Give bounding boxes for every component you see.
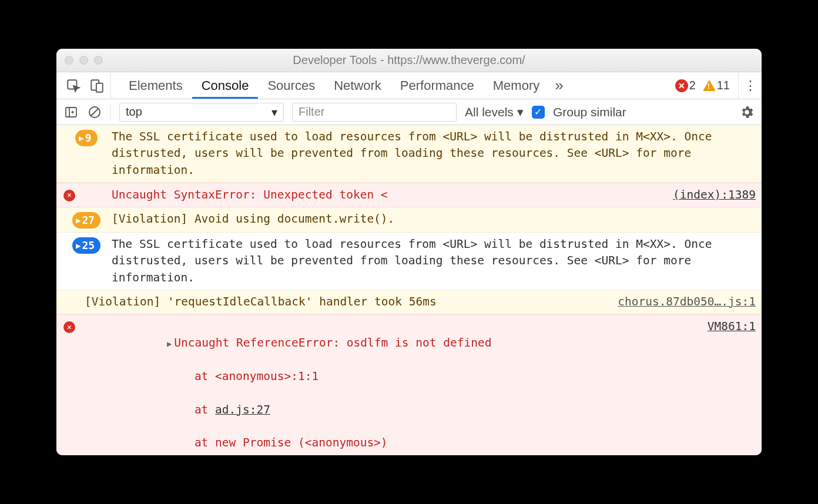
message-count-pill[interactable]: ▶ 9 [75,130,97,146]
console-message-info[interactable]: ▶ 25 The SSL certificate used to load re… [56,233,762,290]
clear-console-icon[interactable] [87,105,102,120]
error-icon[interactable]: ✕ [675,79,688,92]
message-text: Uncaught SyntaxError: Unexpected token < [112,187,673,203]
context-selector[interactable]: top ▾ [119,103,284,122]
message-text: [Violation] 'requestIdleCallback' handle… [85,294,618,310]
message-text: [Violation] Avoid using document.write()… [112,211,756,227]
inspect-element-icon[interactable] [66,78,81,93]
tab-sources[interactable]: Sources [258,72,324,99]
message-text: The SSL certificate used to load resourc… [112,236,756,286]
tab-memory[interactable]: Memory [484,72,549,99]
message-count-pill[interactable]: ▶ 25 [72,237,100,254]
panel-tabs-bar: Elements Console Sources Network Perform… [56,72,762,99]
context-value: top [126,105,142,119]
console-message-warn[interactable]: ▶ 9 The SSL certificate used to load res… [56,125,762,183]
console-message-warn[interactable]: ▶ 27 [Violation] Avoid using document.wr… [56,207,762,233]
error-icon: ✕ [63,190,75,201]
minimize-icon[interactable] [79,56,88,65]
status-badges: ✕ 2 11 [675,79,736,92]
log-levels-dropdown[interactable]: All levels ▾ [465,105,524,119]
warning-icon[interactable] [703,80,716,91]
chevron-down-icon: ▾ [517,105,524,119]
group-similar-checkbox[interactable]: ✓ [532,106,545,119]
tab-elements[interactable]: Elements [119,72,192,99]
console-toolbar: top ▾ All levels ▾ ✓ Group similar [56,99,762,125]
console-message-error[interactable]: ✕ ▶Uncaught ReferenceError: osdlfm is no… [56,314,762,455]
source-link[interactable]: (index):1389 [673,187,756,203]
error-count[interactable]: 2 [689,79,696,92]
message-text: The SSL certificate used to load resourc… [112,129,756,179]
expand-icon: ▶ [76,214,81,226]
tab-console[interactable]: Console [192,72,259,99]
tabs-overflow-button[interactable]: » [549,76,569,95]
source-link[interactable]: VM861:1 [708,318,756,335]
device-toolbar-icon[interactable] [89,78,105,93]
expand-icon: ▶ [79,132,83,144]
devtools-window: Developer Tools - https://www.theverge.c… [56,49,762,455]
chevron-down-icon: ▾ [271,105,277,119]
console-message-warn[interactable]: [Violation] 'requestIdleCallback' handle… [56,290,762,314]
console-message-error[interactable]: ✕ Uncaught SyntaxError: Unexpected token… [56,183,762,207]
source-link[interactable]: ad.js:27 [215,403,270,416]
window-title: Developer Tools - https://www.theverge.c… [56,53,762,67]
levels-label: All levels [465,105,514,119]
svg-rect-2 [96,83,103,92]
expand-icon[interactable]: ▶ [167,339,172,348]
message-count-pill[interactable]: ▶ 27 [72,212,100,229]
expand-icon: ▶ [76,240,81,251]
more-menu-button[interactable]: ⋮ [738,72,762,99]
filter-input[interactable] [292,103,457,122]
error-icon: ✕ [63,321,75,333]
close-icon[interactable] [65,56,73,65]
console-output[interactable]: ▶ 9 The SSL certificate used to load res… [56,125,762,455]
message-stack: ▶Uncaught ReferenceError: osdlfm is not … [112,318,708,455]
show-console-sidebar-icon[interactable] [63,105,79,120]
zoom-icon[interactable] [94,56,103,65]
group-similar-label: Group similar [553,105,626,119]
console-settings-icon[interactable] [739,105,755,120]
window-titlebar: Developer Tools - https://www.theverge.c… [56,49,762,72]
tab-network[interactable]: Network [324,72,391,99]
traffic-lights [65,56,103,65]
source-link[interactable]: chorus.87db050….js:1 [618,294,756,310]
warning-count[interactable]: 11 [717,79,730,92]
tab-performance[interactable]: Performance [391,72,484,99]
